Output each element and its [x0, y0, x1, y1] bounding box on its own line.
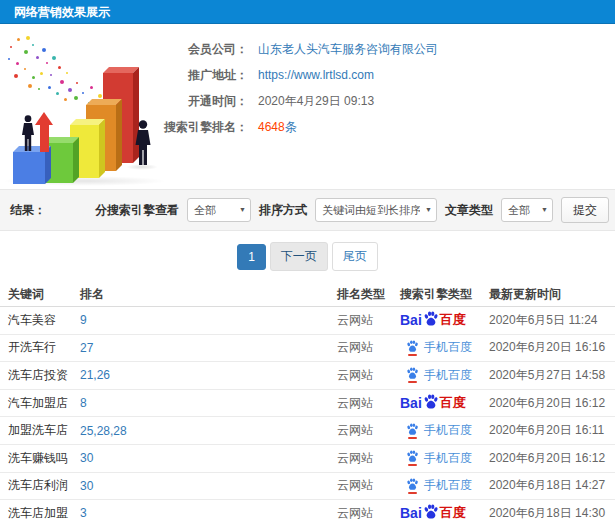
- pagination-last-button[interactable]: 尾页: [332, 242, 378, 271]
- table-row: 洗车店利润 30 云网站 手机百度 2020年6月18日 14:27: [0, 472, 615, 500]
- mobile-baidu-paw-wrap: [406, 478, 419, 494]
- baidu-logo: Bai 百度: [400, 311, 466, 329]
- table-row: 汽车美容 9 云网站 Bai 百度 2020年6月5日 11:24: [0, 307, 615, 335]
- table-header-row: 关键词 排名 排名类型 搜索引擎类型 最新更新时间: [0, 282, 615, 307]
- baidu-logo-text-bai: Bai: [400, 312, 422, 328]
- mobile-baidu-underline: [408, 464, 417, 466]
- top-header: 网络营销效果展示: [0, 0, 615, 24]
- open-time-row: 开通时间： 2020年4月29日 09:13: [148, 88, 438, 114]
- baidu-logo: Bai 百度: [400, 394, 466, 412]
- updated-cell: 2020年6月20日 16:16: [489, 334, 615, 362]
- column-header-rank-type: 排名类型: [337, 282, 400, 307]
- mobile-baidu-underline: [408, 492, 417, 494]
- illustration-bar-blue: [13, 152, 45, 184]
- rank-cell[interactable]: 25,28,28: [80, 417, 337, 445]
- column-header-engine-type: 搜索引擎类型: [400, 282, 489, 307]
- rank-cell[interactable]: 30: [80, 472, 337, 500]
- updated-cell: 2020年6月20日 16:12: [489, 444, 615, 472]
- mobile-baidu-logo: 手机百度: [406, 422, 472, 439]
- rank-type-cell: 云网站: [337, 334, 400, 362]
- mobile-baidu-paw-icon: [406, 423, 419, 436]
- mobile-baidu-paw-icon: [406, 367, 419, 380]
- filter-controls: 分搜索引擎查看 全部 排序方式 关键词由短到长排序 文章类型 全部 提交: [95, 197, 615, 223]
- column-header-keyword: 关键词: [0, 282, 80, 307]
- mobile-baidu-underline: [408, 381, 417, 383]
- company-info: 会员公司： 山东老人头汽车服务咨询有限公司 推广地址： https://www.…: [148, 36, 438, 140]
- submit-button[interactable]: 提交: [561, 197, 609, 223]
- member-company-label: 会员公司：: [148, 41, 248, 58]
- engine-rank-row: 搜索引擎排名： 4648 条: [148, 114, 438, 140]
- updated-cell: 2020年6月5日 11:24: [489, 307, 615, 335]
- engine-cell: 手机百度: [400, 444, 489, 472]
- baidu-logo-text-hanzi: 百度: [440, 504, 466, 520]
- engine-cell: 手机百度: [400, 417, 489, 445]
- sort-filter-select[interactable]: 关键词由短到长排序: [315, 198, 437, 222]
- table-row: 开洗车行 27 云网站 手机百度 2020年6月20日 16:16: [0, 334, 615, 362]
- engine-cell: Bai 百度: [400, 307, 489, 335]
- keyword-cell: 洗车店利润: [0, 472, 80, 500]
- promo-url-label: 推广地址：: [148, 67, 248, 84]
- engine-rank-count: 4648: [258, 120, 285, 134]
- table-row: 加盟洗车店 25,28,28 云网站 手机百度 2020年6月20日 16:11: [0, 417, 615, 445]
- baidu-logo-text-hanzi: 百度: [440, 311, 466, 329]
- mobile-baidu-paw-wrap: [406, 450, 419, 466]
- article-type-select[interactable]: 全部: [501, 198, 553, 222]
- engine-cell: 手机百度: [400, 362, 489, 390]
- rank-type-cell: 云网站: [337, 472, 400, 500]
- pagination-next-button[interactable]: 下一页: [270, 242, 328, 271]
- mobile-baidu-paw-icon: [406, 340, 419, 353]
- engine-cell: Bai 百度: [400, 389, 489, 417]
- rank-type-cell: 云网站: [337, 389, 400, 417]
- table-row: 洗车赚钱吗 30 云网站 手机百度 2020年6月20日 16:12: [0, 444, 615, 472]
- updated-cell: 2020年6月18日 14:30: [489, 500, 615, 520]
- mobile-baidu-paw-wrap: [406, 367, 419, 383]
- baidu-logo-text-hanzi: 百度: [440, 394, 466, 412]
- mobile-baidu-paw-wrap: [406, 340, 419, 356]
- results-table-body: 汽车美容 9 云网站 Bai 百度 2020年6月5日 11:24 开洗车行 2…: [0, 307, 615, 520]
- keyword-cell: 洗车店投资: [0, 362, 80, 390]
- updated-cell: 2020年5月27日 14:58: [489, 362, 615, 390]
- mobile-baidu-label: 手机百度: [424, 367, 472, 384]
- filter-bar: 结果： 分搜索引擎查看 全部 排序方式 关键词由短到长排序 文章类型 全部 提交: [0, 189, 615, 231]
- baidu-paw-icon: [423, 504, 439, 520]
- keyword-cell: 洗车店加盟: [0, 500, 80, 520]
- rank-cell[interactable]: 21,26: [80, 362, 337, 390]
- baidu-logo-text-bai: Bai: [400, 505, 422, 520]
- rank-cell[interactable]: 3: [80, 500, 337, 520]
- baidu-logo-text-bai: Bai: [400, 395, 422, 411]
- article-type-label: 文章类型: [445, 202, 493, 219]
- results-table: 关键词 排名 排名类型 搜索引擎类型 最新更新时间 汽车美容 9 云网站 Bai…: [0, 282, 615, 520]
- rank-cell[interactable]: 8: [80, 389, 337, 417]
- updated-cell: 2020年6月20日 16:11: [489, 417, 615, 445]
- article-type-wrap: 全部: [501, 198, 553, 222]
- member-company-link[interactable]: 山东老人头汽车服务咨询有限公司: [258, 41, 438, 58]
- up-arrow-head: [35, 112, 53, 125]
- engine-filter-select[interactable]: 全部: [187, 198, 251, 222]
- table-row: 洗车店加盟 3 云网站 Bai 百度 2020年6月18日 14:30: [0, 500, 615, 520]
- mobile-baidu-label: 手机百度: [424, 422, 472, 439]
- mobile-baidu-logo: 手机百度: [406, 339, 472, 356]
- engine-rank-unit-link[interactable]: 条: [285, 119, 297, 136]
- mobile-baidu-logo: 手机百度: [406, 450, 472, 467]
- businessman-left-figure: [20, 115, 36, 152]
- rank-cell[interactable]: 30: [80, 444, 337, 472]
- pagination-current-page[interactable]: 1: [237, 244, 266, 270]
- mobile-baidu-underline: [408, 437, 417, 439]
- rank-cell[interactable]: 27: [80, 334, 337, 362]
- rank-type-cell: 云网站: [337, 500, 400, 520]
- rank-type-cell: 云网站: [337, 444, 400, 472]
- mobile-baidu-underline: [408, 354, 417, 356]
- promo-url-link[interactable]: https://www.lrtlsd.com: [258, 68, 374, 82]
- engine-rank-label: 搜索引擎排名：: [148, 119, 248, 136]
- mobile-baidu-logo: 手机百度: [406, 477, 472, 494]
- keyword-cell: 加盟洗车店: [0, 417, 80, 445]
- baidu-paw-icon: [423, 311, 439, 327]
- rank-cell[interactable]: 9: [80, 307, 337, 335]
- engine-cell: 手机百度: [400, 334, 489, 362]
- pagination: 1 下一页 尾页: [0, 231, 615, 282]
- up-arrow-stem: [40, 125, 49, 152]
- rank-type-cell: 云网站: [337, 362, 400, 390]
- rank-type-cell: 云网站: [337, 417, 400, 445]
- engine-cell: Bai 百度: [400, 500, 489, 520]
- column-header-rank: 排名: [80, 282, 337, 307]
